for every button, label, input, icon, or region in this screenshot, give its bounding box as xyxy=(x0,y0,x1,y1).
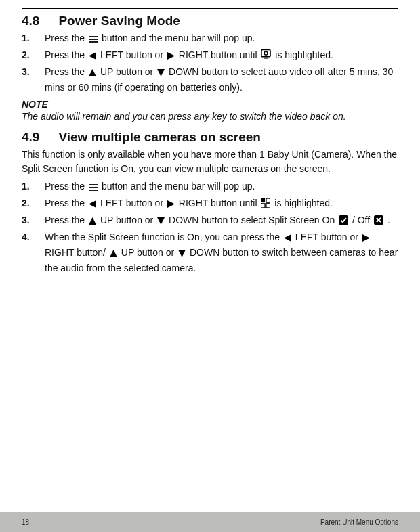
left-arrow-icon xyxy=(284,231,291,246)
power-saving-icon xyxy=(261,49,271,64)
footer-label: Parent Unit Menu Options xyxy=(320,518,398,526)
step-1: Press the button and the menu bar will p… xyxy=(22,179,398,195)
step-1: Press the button and the menu bar will p… xyxy=(22,31,398,47)
note-body: The audio will remain and you can press … xyxy=(22,110,398,123)
split-screen-icon xyxy=(261,198,270,212)
page-footer: 18 Parent Unit Menu Options xyxy=(0,512,420,532)
down-arrow-icon xyxy=(178,247,186,261)
step-2: Press the LEFT button or RIGHT button un… xyxy=(22,48,398,64)
up-arrow-icon xyxy=(89,66,96,81)
step-2: Press the LEFT button or RIGHT button un… xyxy=(22,196,398,212)
page-number: 18 xyxy=(22,518,29,526)
section-4-8-header: 4.8 Power Saving Mode xyxy=(22,14,398,28)
check-on-icon xyxy=(339,215,348,229)
up-arrow-icon xyxy=(89,215,96,229)
section-4-8-steps: Press the button and the menu bar will p… xyxy=(22,31,398,95)
right-arrow-icon xyxy=(167,49,175,64)
section-title: Power Saving Mode xyxy=(58,14,180,28)
down-arrow-icon xyxy=(157,215,165,229)
step-4: When the Split Screen function is On, yo… xyxy=(22,230,398,275)
section-4-9-intro: This function is only available when you… xyxy=(22,148,398,175)
step-3: Press the UP button or DOWN button to se… xyxy=(22,213,398,229)
left-arrow-icon xyxy=(89,198,96,212)
down-arrow-icon xyxy=(157,66,165,81)
x-off-icon xyxy=(374,215,383,229)
right-arrow-icon xyxy=(362,231,370,246)
menu-icon xyxy=(89,32,98,47)
step-3: Press the UP button or DOWN button to se… xyxy=(22,65,398,95)
section-4-9-header: 4.9 View multiple cameras on screen xyxy=(22,130,398,145)
note-heading: NOTE xyxy=(22,99,398,110)
section-title: View multiple cameras on screen xyxy=(58,130,261,145)
menu-icon xyxy=(89,181,98,195)
right-arrow-icon xyxy=(167,198,175,212)
up-arrow-icon xyxy=(110,247,117,261)
section-4-9-steps: Press the button and the menu bar will p… xyxy=(22,179,398,275)
section-number: 4.9 xyxy=(22,130,39,145)
section-number: 4.8 xyxy=(22,14,39,28)
left-arrow-icon xyxy=(89,49,96,64)
